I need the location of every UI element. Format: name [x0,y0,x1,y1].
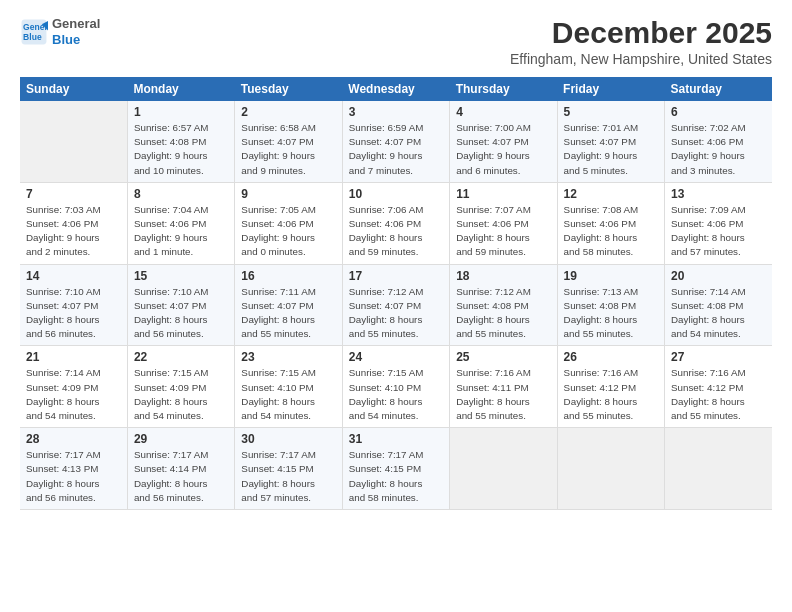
day-info: Sunrise: 6:57 AM Sunset: 4:08 PM Dayligh… [134,121,228,178]
svg-text:Blue: Blue [23,31,42,41]
day-info: Sunrise: 7:14 AM Sunset: 4:08 PM Dayligh… [671,285,766,342]
day-number: 21 [26,350,121,364]
day-info: Sunrise: 7:12 AM Sunset: 4:07 PM Dayligh… [349,285,443,342]
day-info: Sunrise: 7:16 AM Sunset: 4:12 PM Dayligh… [671,366,766,423]
day-cell: 28Sunrise: 7:17 AM Sunset: 4:13 PM Dayli… [20,428,127,510]
day-number: 14 [26,269,121,283]
day-number: 4 [456,105,550,119]
day-cell: 3Sunrise: 6:59 AM Sunset: 4:07 PM Daylig… [342,101,449,182]
logo: General Blue General Blue [20,16,100,47]
day-cell [665,428,772,510]
day-cell: 25Sunrise: 7:16 AM Sunset: 4:11 PM Dayli… [450,346,557,428]
day-number: 16 [241,269,335,283]
day-info: Sunrise: 7:16 AM Sunset: 4:11 PM Dayligh… [456,366,550,423]
day-number: 19 [564,269,658,283]
day-cell: 7Sunrise: 7:03 AM Sunset: 4:06 PM Daylig… [20,182,127,264]
day-info: Sunrise: 7:00 AM Sunset: 4:07 PM Dayligh… [456,121,550,178]
day-number: 24 [349,350,443,364]
day-number: 11 [456,187,550,201]
day-number: 7 [26,187,121,201]
day-number: 31 [349,432,443,446]
col-thursday: Thursday [450,77,557,101]
day-number: 15 [134,269,228,283]
day-cell: 20Sunrise: 7:14 AM Sunset: 4:08 PM Dayli… [665,264,772,346]
day-info: Sunrise: 7:13 AM Sunset: 4:08 PM Dayligh… [564,285,658,342]
day-info: Sunrise: 7:15 AM Sunset: 4:09 PM Dayligh… [134,366,228,423]
day-number: 12 [564,187,658,201]
logo-general: General [52,16,100,31]
day-info: Sunrise: 7:15 AM Sunset: 4:10 PM Dayligh… [241,366,335,423]
day-number: 1 [134,105,228,119]
day-info: Sunrise: 7:17 AM Sunset: 4:14 PM Dayligh… [134,448,228,505]
col-monday: Monday [127,77,234,101]
day-info: Sunrise: 7:12 AM Sunset: 4:08 PM Dayligh… [456,285,550,342]
day-info: Sunrise: 7:04 AM Sunset: 4:06 PM Dayligh… [134,203,228,260]
day-cell: 10Sunrise: 7:06 AM Sunset: 4:06 PM Dayli… [342,182,449,264]
week-row-0: 1Sunrise: 6:57 AM Sunset: 4:08 PM Daylig… [20,101,772,182]
day-cell: 14Sunrise: 7:10 AM Sunset: 4:07 PM Dayli… [20,264,127,346]
day-info: Sunrise: 7:02 AM Sunset: 4:06 PM Dayligh… [671,121,766,178]
day-cell [557,428,664,510]
day-info: Sunrise: 6:58 AM Sunset: 4:07 PM Dayligh… [241,121,335,178]
day-info: Sunrise: 7:17 AM Sunset: 4:13 PM Dayligh… [26,448,121,505]
day-cell [450,428,557,510]
day-number: 26 [564,350,658,364]
day-info: Sunrise: 7:05 AM Sunset: 4:06 PM Dayligh… [241,203,335,260]
day-number: 3 [349,105,443,119]
day-cell [20,101,127,182]
day-info: Sunrise: 6:59 AM Sunset: 4:07 PM Dayligh… [349,121,443,178]
logo-text: General Blue [52,16,100,47]
day-number: 28 [26,432,121,446]
header-row: SundayMondayTuesdayWednesdayThursdayFrid… [20,77,772,101]
day-cell: 16Sunrise: 7:11 AM Sunset: 4:07 PM Dayli… [235,264,342,346]
day-info: Sunrise: 7:17 AM Sunset: 4:15 PM Dayligh… [241,448,335,505]
page: General Blue General Blue December 2025 … [0,0,792,612]
day-info: Sunrise: 7:06 AM Sunset: 4:06 PM Dayligh… [349,203,443,260]
day-info: Sunrise: 7:07 AM Sunset: 4:06 PM Dayligh… [456,203,550,260]
day-info: Sunrise: 7:10 AM Sunset: 4:07 PM Dayligh… [134,285,228,342]
day-number: 27 [671,350,766,364]
week-row-4: 28Sunrise: 7:17 AM Sunset: 4:13 PM Dayli… [20,428,772,510]
day-number: 20 [671,269,766,283]
day-number: 17 [349,269,443,283]
day-info: Sunrise: 7:15 AM Sunset: 4:10 PM Dayligh… [349,366,443,423]
day-number: 9 [241,187,335,201]
day-info: Sunrise: 7:17 AM Sunset: 4:15 PM Dayligh… [349,448,443,505]
day-number: 13 [671,187,766,201]
day-cell: 26Sunrise: 7:16 AM Sunset: 4:12 PM Dayli… [557,346,664,428]
day-number: 22 [134,350,228,364]
day-number: 2 [241,105,335,119]
day-number: 18 [456,269,550,283]
col-sunday: Sunday [20,77,127,101]
week-row-3: 21Sunrise: 7:14 AM Sunset: 4:09 PM Dayli… [20,346,772,428]
day-number: 5 [564,105,658,119]
header: General Blue General Blue December 2025 … [20,16,772,67]
day-cell: 13Sunrise: 7:09 AM Sunset: 4:06 PM Dayli… [665,182,772,264]
logo-icon: General Blue [20,18,48,46]
col-saturday: Saturday [665,77,772,101]
day-number: 25 [456,350,550,364]
day-info: Sunrise: 7:14 AM Sunset: 4:09 PM Dayligh… [26,366,121,423]
day-number: 8 [134,187,228,201]
day-cell: 23Sunrise: 7:15 AM Sunset: 4:10 PM Dayli… [235,346,342,428]
col-wednesday: Wednesday [342,77,449,101]
location: Effingham, New Hampshire, United States [510,51,772,67]
day-info: Sunrise: 7:09 AM Sunset: 4:06 PM Dayligh… [671,203,766,260]
calendar-table: SundayMondayTuesdayWednesdayThursdayFrid… [20,77,772,510]
day-cell: 11Sunrise: 7:07 AM Sunset: 4:06 PM Dayli… [450,182,557,264]
day-cell: 27Sunrise: 7:16 AM Sunset: 4:12 PM Dayli… [665,346,772,428]
day-cell: 17Sunrise: 7:12 AM Sunset: 4:07 PM Dayli… [342,264,449,346]
day-cell: 12Sunrise: 7:08 AM Sunset: 4:06 PM Dayli… [557,182,664,264]
day-cell: 15Sunrise: 7:10 AM Sunset: 4:07 PM Dayli… [127,264,234,346]
month-title: December 2025 [510,16,772,49]
day-number: 10 [349,187,443,201]
day-cell: 24Sunrise: 7:15 AM Sunset: 4:10 PM Dayli… [342,346,449,428]
day-cell: 4Sunrise: 7:00 AM Sunset: 4:07 PM Daylig… [450,101,557,182]
day-cell: 30Sunrise: 7:17 AM Sunset: 4:15 PM Dayli… [235,428,342,510]
day-cell: 9Sunrise: 7:05 AM Sunset: 4:06 PM Daylig… [235,182,342,264]
col-tuesday: Tuesday [235,77,342,101]
day-cell: 29Sunrise: 7:17 AM Sunset: 4:14 PM Dayli… [127,428,234,510]
day-number: 23 [241,350,335,364]
day-info: Sunrise: 7:03 AM Sunset: 4:06 PM Dayligh… [26,203,121,260]
day-info: Sunrise: 7:11 AM Sunset: 4:07 PM Dayligh… [241,285,335,342]
